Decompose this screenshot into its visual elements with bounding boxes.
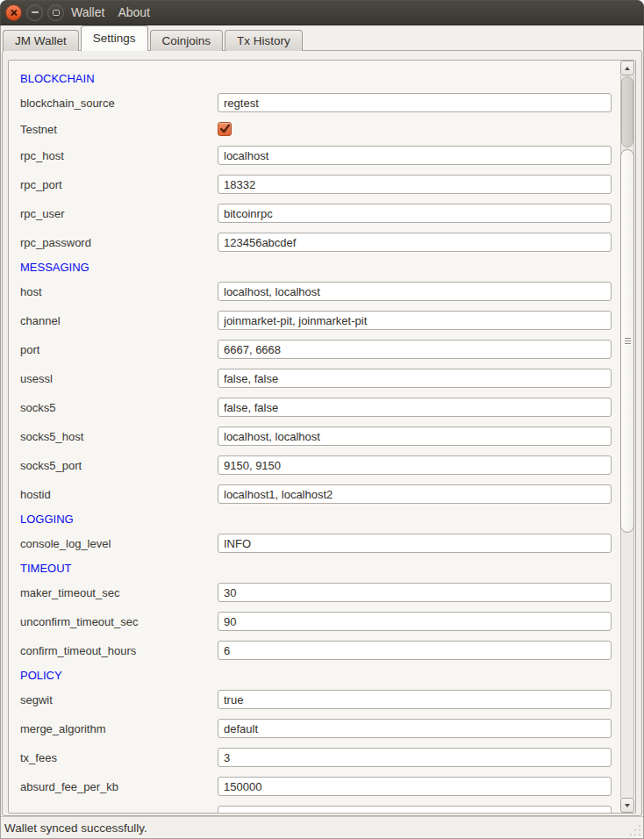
confirm-timeout-hours-label: confirm_timeout_hours xyxy=(20,644,136,657)
section-header-timeout: TIMEOUT xyxy=(20,563,619,575)
settings-row: rpc_password xyxy=(9,233,619,252)
rpc-user-label: rpc_user xyxy=(20,207,65,220)
rpc-password-input[interactable] xyxy=(218,233,612,252)
settings-row: rpc_port xyxy=(9,175,619,194)
rpc-port-input[interactable] xyxy=(218,175,612,194)
channel-label: channel xyxy=(20,314,61,327)
segwit-label: segwit xyxy=(20,693,53,706)
arrow-down-icon xyxy=(625,804,630,807)
scrollbar-track[interactable] xyxy=(620,75,634,798)
socks5-label: socks5 xyxy=(20,401,55,414)
settings-row: rpc_host xyxy=(9,146,619,165)
host-label: host xyxy=(20,285,42,298)
settings-row: tx_fees xyxy=(9,748,619,767)
maximize-button[interactable] xyxy=(47,4,64,21)
resize-grip-icon[interactable] xyxy=(629,824,641,836)
socks5-port-label: socks5_port xyxy=(20,459,82,472)
unconfirm-timeout-sec-input[interactable] xyxy=(218,612,612,631)
socks5-host-label: socks5_host xyxy=(20,430,83,443)
host-input[interactable] xyxy=(218,282,612,301)
menu-item-about[interactable]: About xyxy=(118,5,150,19)
settings-row: socks5_host xyxy=(9,427,619,446)
usessl-input[interactable] xyxy=(218,369,612,388)
tx-fees-label: tx_fees xyxy=(20,751,57,764)
thumb-grip xyxy=(625,343,631,344)
maker-timeout-sec-input[interactable] xyxy=(218,583,612,602)
settings-scroll-area: BLOCKCHAINblockchain_sourceTestnetrpc_ho… xyxy=(8,60,636,814)
settings-row: channel xyxy=(9,311,619,330)
tab-settings[interactable]: Settings xyxy=(81,25,148,51)
settings-row: absurd_fee_per_kb xyxy=(9,777,619,796)
unconfirm-timeout-sec-label: unconfirm_timeout_sec xyxy=(20,615,138,628)
scrollbar-thumb[interactable] xyxy=(620,149,634,533)
settings-row: socks5 xyxy=(9,398,619,417)
rpc-password-label: rpc_password xyxy=(20,236,91,249)
settings-rows: BLOCKCHAINblockchain_sourceTestnetrpc_ho… xyxy=(9,61,619,813)
socks5-input[interactable] xyxy=(218,398,612,417)
section-header-policy: POLICY xyxy=(20,670,619,682)
window-controls xyxy=(0,4,64,21)
merge-algorithm-input[interactable] xyxy=(218,719,612,738)
settings-row: console_log_level xyxy=(9,534,619,553)
rpc-host-label: rpc_host xyxy=(20,149,64,162)
tab-tx-history[interactable]: Tx History xyxy=(225,30,303,51)
port-label: port xyxy=(20,343,39,356)
settings-row: confirm_timeout_hours xyxy=(9,641,619,660)
socks5-host-input[interactable] xyxy=(218,427,612,446)
tab-coinjoins[interactable]: Coinjoins xyxy=(150,30,224,51)
minimize-button[interactable] xyxy=(26,4,43,21)
settings-row: usessl xyxy=(9,369,619,388)
console-log-level-input[interactable] xyxy=(218,534,612,553)
thumb-grip xyxy=(625,341,631,341)
settings-row: maker_timeout_sec xyxy=(9,583,619,602)
maximize-icon xyxy=(53,10,60,16)
settings-row: merge_algorithm xyxy=(9,719,619,738)
settings-row: unconfirm_timeout_sec xyxy=(9,612,619,631)
minimize-icon xyxy=(32,11,39,13)
absurd-fee-per-kb-input[interactable] xyxy=(218,777,612,796)
settings-row: port xyxy=(9,340,619,359)
arrow-up-icon xyxy=(625,67,630,70)
close-icon xyxy=(10,9,18,17)
confirm-timeout-hours-input[interactable] xyxy=(218,641,612,660)
segwit-input[interactable] xyxy=(218,690,612,709)
maker-timeout-sec-label: maker_timeout_sec xyxy=(20,586,119,599)
testnet-checkbox[interactable] xyxy=(218,122,232,136)
check-icon xyxy=(219,124,231,134)
absurd-fee-per-kb-label: absurd_fee_per_kb xyxy=(20,780,118,793)
tx-fees-input[interactable] xyxy=(218,748,612,767)
section-header-messaging: MESSAGING xyxy=(20,262,619,274)
settings-row: host xyxy=(9,282,619,301)
settings-row: Testnet xyxy=(9,122,619,136)
vertical-scrollbar[interactable] xyxy=(619,61,635,813)
status-message: Wallet synced successfully. xyxy=(4,821,147,835)
menu-item-wallet[interactable]: Wallet xyxy=(71,5,104,19)
testnet-label: Testnet xyxy=(20,123,57,136)
hostid-label: hostid xyxy=(20,488,51,501)
blockchain-source-input[interactable] xyxy=(218,93,612,112)
close-button[interactable] xyxy=(5,4,22,21)
title-bar: WalletAbout xyxy=(0,0,644,25)
section-header-blockchain: BLOCKCHAIN xyxy=(20,73,619,85)
rpc-host-input[interactable] xyxy=(218,146,612,165)
tab-jm-wallet[interactable]: JM Wallet xyxy=(3,30,79,51)
settings-row-partial xyxy=(9,806,619,813)
scrollbar-track-upper[interactable] xyxy=(621,76,633,147)
settings-row: segwit xyxy=(9,690,619,709)
channel-input[interactable] xyxy=(218,311,612,330)
scroll-down-button[interactable] xyxy=(620,798,634,813)
socks5-port-input[interactable] xyxy=(218,455,612,475)
hostid-input[interactable] xyxy=(218,484,612,504)
rpc-user-input[interactable] xyxy=(218,204,612,223)
next-setting-input[interactable] xyxy=(218,806,612,813)
app-window: WalletAbout JM WalletSettingsCoinjoinsTx… xyxy=(0,0,644,839)
settings-row: socks5_port xyxy=(9,455,619,475)
scroll-up-button[interactable] xyxy=(620,61,634,75)
port-input[interactable] xyxy=(218,340,612,359)
tab-bar: JM WalletSettingsCoinjoinsTx History xyxy=(0,25,304,51)
settings-row: hostid xyxy=(9,484,619,504)
console-log-level-label: console_log_level xyxy=(20,537,111,550)
merge-algorithm-label: merge_algorithm xyxy=(20,722,106,735)
settings-row: rpc_user xyxy=(9,204,619,223)
section-header-logging: LOGGING xyxy=(20,513,619,526)
